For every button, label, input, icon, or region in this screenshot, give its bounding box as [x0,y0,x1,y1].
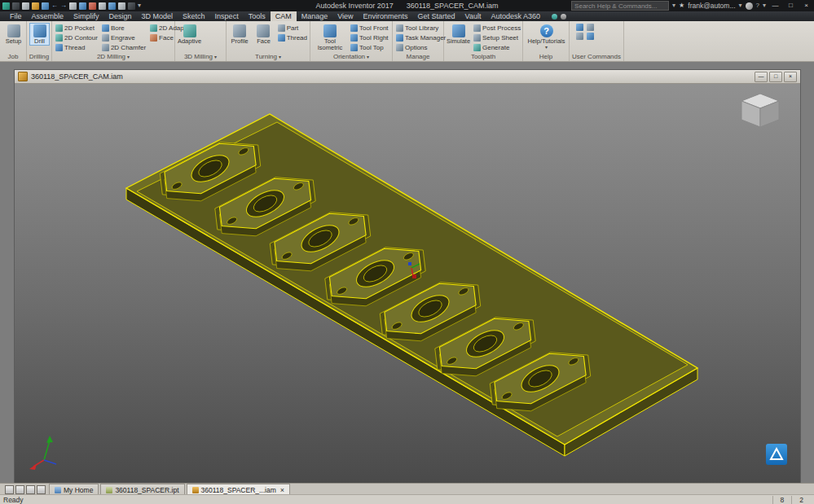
update-icon[interactable] [128,2,135,10]
title-bar: ← → ▾ Autodesk Inventor 2017 360118_SPAC… [0,0,814,11]
tab-my-home[interactable]: My Home [49,484,99,495]
doc-restore-button[interactable]: □ [769,72,782,82]
document-title-bar[interactable]: 360118_SPACER_CAM.iam — □ × [15,70,800,84]
app-logo-icon[interactable] [2,2,10,10]
tool-isometric-button[interactable]: Tool Isometric [313,23,347,53]
close-tab-icon[interactable]: × [280,486,284,494]
task-manager-button[interactable]: Task Manager [395,33,447,42]
3d-viewport[interactable] [15,84,800,483]
tool-library-button[interactable]: Tool Library [395,23,447,33]
tab-spacer-cam-iam[interactable]: 360118_SPACER_...iam × [187,484,291,495]
tab-cam[interactable]: CAM [271,11,297,21]
tool-front-button[interactable]: Tool Front [350,23,389,33]
setup-sheet-button[interactable]: Setup Sheet [473,33,521,42]
undo-icon[interactable]: ← [51,0,58,11]
maximize-button[interactable]: □ [785,0,797,11]
minimize-button[interactable]: — [769,0,781,11]
drill-button[interactable]: Drill [29,23,50,46]
user-command-2-icon[interactable] [587,24,594,31]
menu-icon[interactable] [12,2,20,10]
adaptive-button[interactable]: Adaptive [178,23,201,46]
user-caret-icon[interactable]: ▾ [739,0,742,11]
engrave-button[interactable]: Engrave [101,33,147,42]
caret-down-icon: ▾ [279,54,281,59]
save-icon[interactable] [42,2,49,10]
redo-icon[interactable]: → [60,0,67,11]
view-cube[interactable] [737,90,784,133]
generate-button[interactable]: Generate [473,42,521,52]
tab-assemble[interactable]: Assemble [27,11,69,21]
avatar[interactable] [746,2,753,10]
tab-sketch[interactable]: Sketch [178,11,210,21]
parameters-icon[interactable] [118,2,125,10]
cascade-windows-icon[interactable] [5,485,14,494]
turn-face-button[interactable]: Face [253,23,274,46]
user-command-4-icon[interactable] [587,33,594,40]
doc-close-button[interactable]: × [784,72,797,82]
open-icon[interactable] [32,2,39,10]
user-command-1-icon[interactable] [576,24,583,31]
2d-pocket-button[interactable]: 2D Pocket [55,23,99,33]
switch-windows-icon[interactable] [37,485,46,494]
help-caret-icon[interactable]: ▾ [763,0,766,11]
simulate-button[interactable]: Simulate [447,23,470,46]
post-process-button[interactable]: Post Process [473,23,521,33]
2d-contour-button[interactable]: 2D Contour [55,33,99,42]
tab-simplify[interactable]: Simplify [68,11,104,21]
panel-label-3d-milling[interactable]: 3D Milling▾ [175,52,226,61]
home-view-icon[interactable] [79,2,86,10]
tool-top-button[interactable]: Tool Top [350,42,389,52]
help-icon[interactable]: ? [756,0,759,11]
appearance-icon[interactable] [99,2,106,10]
document-title: 360118_SPACER_CAM.iam [31,72,123,81]
material-icon[interactable] [89,2,96,10]
tab-manage[interactable]: Manage [297,11,333,21]
tab-get-started[interactable]: Get Started [413,11,460,21]
setup-button[interactable]: Setup [2,23,24,46]
measure-icon[interactable] [108,2,116,10]
panel-label-turning[interactable]: Turning▾ [227,52,310,61]
new-file-icon[interactable] [22,2,29,10]
bore-button[interactable]: Bore [101,23,147,33]
origin-triad [28,429,68,471]
favorites-icon[interactable]: ★ [679,0,684,11]
qat-more-icon[interactable]: ▾ [138,0,141,11]
turn-profile-button[interactable]: Profile [229,23,250,46]
tool-right-button[interactable]: Tool Right [350,33,389,42]
tab-vault[interactable]: Vault [460,11,486,21]
close-button[interactable]: × [800,0,812,11]
turn-part-button[interactable]: Part [277,23,308,33]
tile-windows-icon[interactable] [15,485,24,494]
record-icon[interactable] [561,14,566,20]
tab-3d-model[interactable]: 3D Model [137,11,178,21]
spacer-part-model[interactable] [15,84,799,483]
tab-spacer-ipt[interactable]: 360118_SPACER.ipt [100,484,184,495]
options-button[interactable]: Options [395,42,447,52]
tool-front-icon [350,24,358,32]
tab-view[interactable]: View [332,11,358,21]
print-icon[interactable] [69,2,77,10]
window-arrange-icons [2,484,49,495]
search-input[interactable] [571,1,669,11]
tab-inspect[interactable]: Inspect [210,11,244,21]
a360-collaboration-badge[interactable] [766,444,787,465]
doc-minimize-button[interactable]: — [755,72,768,82]
search-caret-icon[interactable]: ▾ [672,0,675,11]
post-process-icon [473,24,481,32]
tab-autodesk-a360[interactable]: Autodesk A360 [486,11,545,21]
ribbon-panel-help: ? Help/Tutorials ▾ Help [523,21,570,61]
tab-file[interactable]: File [5,11,27,21]
presentation-icon[interactable] [552,14,557,20]
arrange-windows-icon[interactable] [26,485,35,494]
user-command-3-icon[interactable] [576,33,583,40]
2d-chamfer-button[interactable]: 2D Chamfer [101,42,147,52]
tab-tools[interactable]: Tools [244,11,271,21]
turn-thread-button[interactable]: Thread [277,33,308,42]
user-account[interactable]: frank@autom... [688,2,735,10]
panel-label-orientation[interactable]: Orientation▾ [310,53,392,62]
thread-button[interactable]: Thread [55,42,99,52]
help-tutorials-button[interactable]: ? Help/Tutorials ▾ [530,23,564,51]
panel-label-2d-milling[interactable]: 2D Milling▾ [52,52,174,61]
tab-design[interactable]: Design [104,11,137,21]
tab-environments[interactable]: Environments [359,11,413,21]
